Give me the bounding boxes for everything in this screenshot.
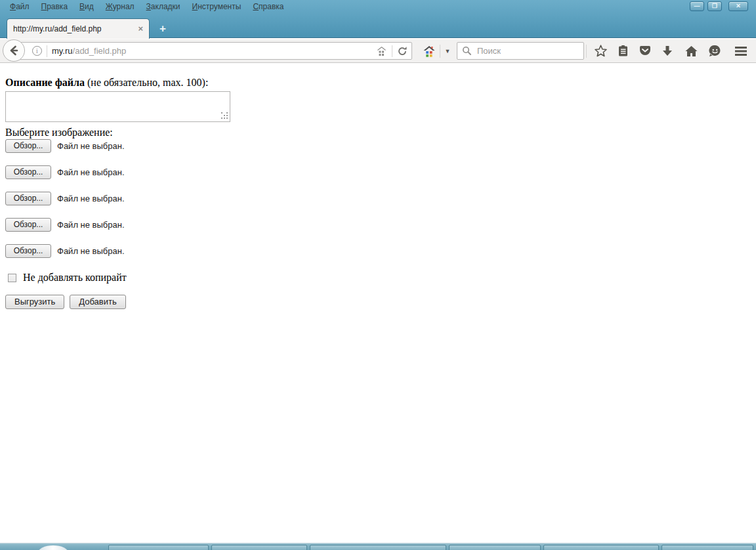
reload-icon[interactable] [397,46,408,56]
home-icon[interactable] [680,39,702,63]
file-input-row: Обзор... Файл не выбран. [5,244,125,258]
menu-help[interactable]: Справка [247,0,289,13]
file-status: Файл не выбран. [57,194,125,203]
browser-window: Файл Правка Вид Журнал Закладки Инструме… [0,0,756,550]
taskbar-button[interactable] [449,545,541,550]
browse-button[interactable]: Обзор... [5,165,51,179]
description-textarea[interactable] [5,91,230,122]
taskbar-button[interactable] [310,545,446,550]
menu-tools[interactable]: Инструменты [186,0,247,13]
toolbar-divider [586,45,587,58]
menu-history[interactable]: Журнал [100,0,140,13]
download-icon[interactable] [656,39,679,63]
copyright-checkbox[interactable] [8,274,16,282]
navigation-toolbar: i my.ru/add_field.php ▼ [0,39,756,63]
taskbar [0,543,756,550]
close-button[interactable]: ✕ [728,1,748,11]
tab-close-icon[interactable]: × [138,25,143,33]
bookmark-star-icon[interactable] [589,39,612,63]
url-host: my.ru [52,46,73,56]
add-button[interactable]: Добавить [70,295,125,309]
url-text[interactable]: my.ru/add_field.php [52,46,376,56]
urlbar-icons-divider [392,45,392,57]
info-icon[interactable]: i [32,46,42,56]
description-label-bold: Описание файла [5,77,85,88]
menu-hamburger-icon[interactable] [730,39,752,63]
window-controls: — ❐ ✕ [690,1,748,11]
extension-divider [440,45,440,58]
menu-view[interactable]: Вид [74,0,100,13]
extension-home-icon[interactable] [421,43,438,59]
file-status: Файл не выбран. [57,220,125,230]
tab-add-field[interactable]: http://my.ru/add_field.php × [7,18,150,39]
file-input-row: Обзор... Файл не выбран. [5,139,125,153]
bookmark-home-icon[interactable] [376,46,387,56]
file-status: Файл не выбран. [57,167,125,177]
file-input-row: Обзор... Файл не выбран. [5,192,125,205]
form-actions: Выгрузить Добавить [5,295,126,309]
taskbar-button[interactable] [108,545,209,550]
search-icon [462,46,472,56]
choose-images-label: Выберите изображение: [5,127,113,138]
search-box [457,42,584,60]
taskbar-button[interactable] [211,545,307,550]
copyright-checkbox-label: Не добавлять копирайт [23,272,127,284]
pocket-icon[interactable] [634,39,656,63]
hello-chat-icon[interactable] [704,39,726,63]
taskbar-button[interactable] [543,545,659,550]
description-label: Описание файла (не обязательно, max. 100… [5,77,208,89]
back-button[interactable] [3,39,25,62]
search-input[interactable] [476,45,579,56]
upload-button[interactable]: Выгрузить [5,295,64,309]
menu-bar: Файл Правка Вид Журнал Закладки Инструме… [0,0,658,13]
browse-button[interactable]: Обзор... [5,244,51,258]
taskbar-start-orb[interactable] [38,545,68,550]
textarea-resize-grip[interactable] [221,112,222,114]
file-status: Файл не выбран. [57,141,125,151]
bookmarks-list-icon[interactable] [612,39,634,63]
menu-file[interactable]: Файл [4,0,35,13]
browse-button[interactable]: Обзор... [5,192,51,205]
description-textarea-wrap [5,91,230,122]
window-chrome: Файл Правка Вид Журнал Закладки Инструме… [0,0,756,38]
copyright-checkbox-row: Не добавлять копирайт [8,272,127,284]
file-input-row: Обзор... Файл не выбран. [5,165,125,179]
urlbar-divider [47,45,47,57]
taskbar-button[interactable] [662,545,753,550]
browse-button[interactable]: Обзор... [5,139,51,153]
new-tab-button[interactable]: + [154,21,172,37]
restore-button[interactable]: ❐ [707,1,722,11]
url-path: /add_field.php [73,46,127,56]
extension-dropdown-icon[interactable]: ▼ [441,43,454,59]
description-label-rest: (не обязательно, max. 100): [85,77,208,88]
back-arrow-icon [8,45,20,56]
page-content: Описание файла (не обязательно, max. 100… [0,64,756,543]
tab-title: http://my.ru/add_field.php [13,24,134,33]
browse-button[interactable]: Обзор... [5,218,51,232]
minimize-button[interactable]: — [690,1,704,11]
tab-bar: http://my.ru/add_field.php × + [0,13,756,38]
file-status: Файл не выбран. [57,246,125,256]
url-bar[interactable]: i my.ru/add_field.php [14,42,412,60]
menu-edit[interactable]: Правка [35,0,74,13]
file-input-row: Обзор... Файл не выбран. [5,218,125,232]
menu-bookmarks[interactable]: Закладки [140,0,186,13]
